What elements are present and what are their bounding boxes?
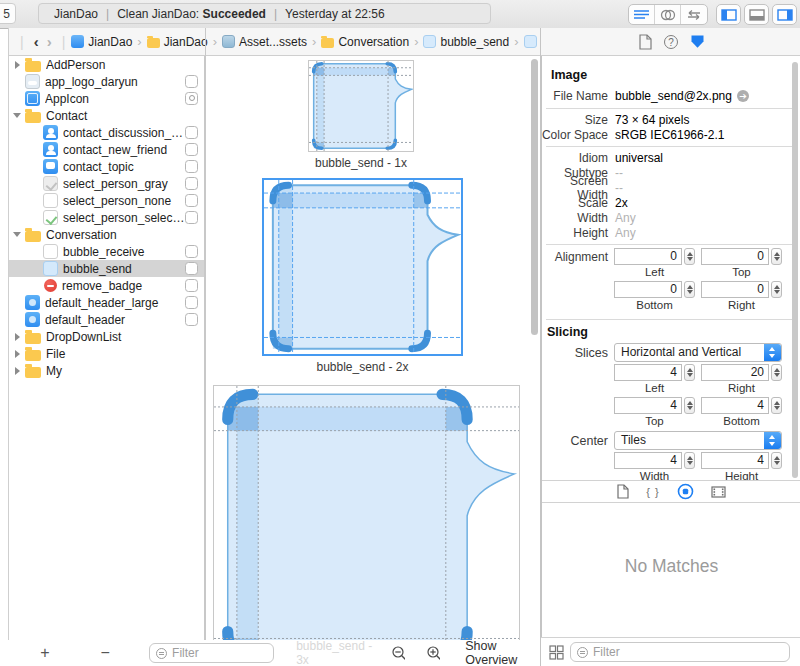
number-field[interactable]: 4	[614, 452, 682, 469]
show-overview-button[interactable]: Show Overview	[465, 639, 540, 666]
number-field[interactable]: 0	[701, 248, 769, 265]
toggle-debug-area-button[interactable]	[744, 4, 769, 25]
forward-button[interactable]: ›	[47, 33, 52, 50]
object-library-icon[interactable]	[677, 483, 694, 500]
disclosure-triangle-icon[interactable]	[15, 350, 20, 358]
asset-slot-3x[interactable]	[213, 385, 520, 640]
tree-item-File[interactable]: File	[9, 345, 204, 362]
breadcrumb-item[interactable]: Asset...ssets›	[222, 34, 321, 49]
tree-item-contact_new_friend[interactable]: contact_new_friend	[9, 141, 204, 158]
number-field[interactable]: 20	[701, 364, 769, 381]
appicon-badge[interactable]	[185, 92, 198, 105]
tree-item-default_header_large[interactable]: default_header_large	[9, 294, 204, 311]
file-template-library-icon[interactable]	[617, 484, 629, 499]
target-checkbox[interactable]	[185, 262, 198, 275]
stepper-control[interactable]	[771, 364, 782, 381]
stepper-control[interactable]	[771, 452, 782, 469]
tree-item-My[interactable]: My	[9, 362, 204, 379]
fields-row: 420	[541, 364, 792, 381]
slices-popup-button[interactable]: Horizontal and Vertical	[614, 343, 782, 362]
quick-help-icon[interactable]: ?	[664, 35, 678, 49]
add-asset-button[interactable]: +	[39, 644, 51, 662]
stepper-control[interactable]	[684, 452, 695, 469]
tree-item-contact_topic[interactable]: contact_topic	[9, 158, 204, 175]
target-checkbox[interactable]	[185, 160, 198, 173]
disclosure-triangle-icon[interactable]	[13, 113, 21, 118]
attributes-inspector-icon[interactable]	[690, 34, 705, 49]
tree-item-AppIcon[interactable]: AppIcon	[9, 90, 204, 107]
bubble-send-1x-image[interactable]	[308, 60, 414, 152]
inspector-scrollbar[interactable]	[792, 62, 798, 478]
disclosure-triangle-icon[interactable]	[15, 367, 20, 375]
target-checkbox[interactable]	[185, 296, 198, 309]
center-popup-button[interactable]: Tiles	[614, 431, 782, 450]
zoom-out-icon[interactable]	[392, 646, 405, 661]
target-checkbox[interactable]	[185, 177, 198, 190]
target-checkbox[interactable]	[185, 194, 198, 207]
standard-editor-button[interactable]	[629, 5, 655, 24]
bubble-send-2x-image[interactable]	[262, 178, 463, 356]
target-checkbox[interactable]	[185, 211, 198, 224]
number-field[interactable]: 4	[701, 397, 769, 414]
tree-item-AddPerson[interactable]: AddPerson	[9, 56, 204, 73]
disclosure-triangle-icon[interactable]	[15, 61, 20, 69]
breadcrumb-item[interactable]: bubble_send›	[423, 34, 523, 49]
media-library-icon[interactable]	[711, 486, 726, 498]
toggle-inspector-button[interactable]	[772, 4, 797, 25]
breadcrumb-item[interactable]: Conversation›	[321, 34, 423, 49]
tree-item-remove_badge[interactable]: remove_badge	[9, 277, 204, 294]
stepper-control[interactable]	[684, 397, 695, 414]
tree-item-Conversation[interactable]: Conversation	[9, 226, 204, 243]
number-field[interactable]: 4	[701, 452, 769, 469]
tree-item-select_person_gray[interactable]: select_person_gray	[9, 175, 204, 192]
stepper-control[interactable]	[771, 248, 782, 265]
number-field[interactable]: 0	[614, 281, 682, 298]
disclosure-triangle-icon[interactable]	[15, 333, 20, 341]
bubble-send-3x-image[interactable]	[213, 385, 520, 640]
number-field[interactable]: 0	[614, 248, 682, 265]
asset-slot-2x[interactable]: bubble_send - 2x	[242, 178, 483, 374]
breadcrumb-item[interactable]: JianDao›	[147, 34, 222, 49]
zoom-in-icon[interactable]	[427, 646, 440, 661]
library-grid-view-icon[interactable]	[549, 645, 564, 660]
stepper-control[interactable]	[684, 248, 695, 265]
target-checkbox[interactable]	[185, 75, 198, 88]
library-filter-field[interactable]: Filter	[570, 642, 790, 662]
breadcrumb-item[interactable]: JianDao›	[71, 34, 146, 49]
remove-asset-button[interactable]: −	[99, 644, 111, 662]
version-editor-button[interactable]	[681, 5, 707, 24]
tree-item-Contact[interactable]: Contact	[9, 107, 204, 124]
target-checkbox[interactable]	[185, 279, 198, 292]
tree-item-select_person_none[interactable]: select_person_none	[9, 192, 204, 209]
tree-item-default_header[interactable]: default_header	[9, 311, 204, 328]
number-field[interactable]: 4	[614, 397, 682, 414]
property-value: universal	[615, 151, 663, 165]
target-checkbox[interactable]	[185, 143, 198, 156]
target-checkbox[interactable]	[185, 245, 198, 258]
assistant-editor-button[interactable]	[655, 5, 681, 24]
back-button[interactable]: ‹	[34, 33, 39, 50]
code-snippet-library-icon[interactable]: { }	[646, 486, 659, 498]
number-field[interactable]: 4	[614, 364, 682, 381]
target-checkbox[interactable]	[185, 126, 198, 139]
stepper-control[interactable]	[771, 281, 782, 298]
target-checkbox[interactable]	[185, 313, 198, 326]
stepper-control[interactable]	[771, 397, 782, 414]
stepper-control[interactable]	[684, 281, 695, 298]
follow-arrow-icon[interactable]: ➔	[737, 90, 749, 102]
number-field[interactable]: 0	[701, 281, 769, 298]
disclosure-triangle-icon[interactable]	[13, 232, 21, 237]
toggle-navigator-button[interactable]	[716, 4, 741, 25]
toolbar-overflow-button[interactable]: 5	[0, 3, 16, 24]
tree-item-app_logo_daryun[interactable]: app_logo_daryun	[9, 73, 204, 90]
tree-item-bubble_send[interactable]: bubble_send	[9, 260, 204, 277]
tree-item-DropDownList[interactable]: DropDownList	[9, 328, 204, 345]
tree-item-contact_discussion_group[interactable]: contact_discussion_group	[9, 124, 204, 141]
stepper-control[interactable]	[684, 364, 695, 381]
file-inspector-icon[interactable]	[639, 34, 652, 50]
tree-item-select_person_selected[interactable]: select_person_selected	[9, 209, 204, 226]
canvas-scrollbar[interactable]	[531, 59, 538, 335]
tree-item-bubble_receive[interactable]: bubble_receive	[9, 243, 204, 260]
asset-slot-1x[interactable]: bubble_send - 1x	[288, 60, 434, 170]
outline-filter-field[interactable]: Filter	[149, 643, 274, 663]
